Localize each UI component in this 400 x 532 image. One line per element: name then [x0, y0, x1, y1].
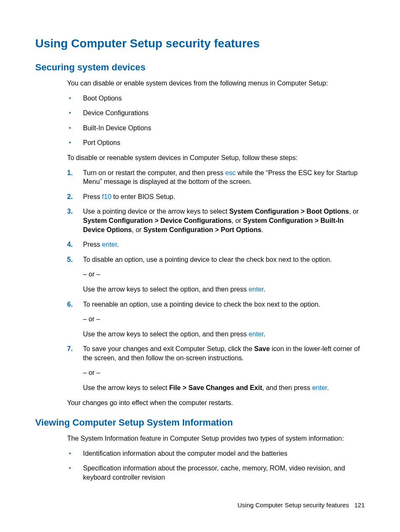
- step-alt-text: Use the arrow keys to select the option,…: [83, 285, 365, 294]
- step-text: Use a pointing device or the arrow keys …: [83, 208, 229, 215]
- document-page: Using Computer Setup security features S…: [0, 0, 400, 532]
- step-alt-text: Use the arrow keys to select File > Save…: [83, 383, 365, 393]
- footer-text: Using Computer Setup security features: [237, 501, 349, 509]
- list-item: Boot Options: [67, 94, 365, 103]
- lead-paragraph: To disable or reenable system devices in…: [67, 153, 365, 163]
- section-heading-securing: Securing system devices: [35, 62, 365, 73]
- outro-paragraph: Your changes go into effect when the com…: [67, 398, 365, 408]
- menu-path: File > Save Changes and Exit: [169, 384, 262, 391]
- intro-paragraph: The System Information feature in Comput…: [67, 434, 365, 443]
- step-item: To disable an option, use a pointing dev…: [67, 255, 365, 294]
- step-item: Press f10 to enter BIOS Setup.: [67, 192, 365, 201]
- page-title: Using Computer Setup security features: [35, 37, 365, 50]
- keycap-f10: f10: [102, 193, 111, 200]
- or-separator: – or –: [83, 315, 365, 324]
- page-footer: Using Computer Setup security features 1…: [237, 501, 365, 509]
- list-item: Device Configurations: [67, 108, 365, 118]
- step-text: , or: [349, 208, 358, 215]
- step-text: Press: [83, 241, 102, 248]
- menu-path: System Configuration > Boot Options: [229, 208, 349, 215]
- or-separator: – or –: [83, 368, 365, 377]
- section-body: The System Information feature in Comput…: [67, 434, 365, 482]
- step-text: Turn on or restart the computer, and the…: [83, 169, 225, 176]
- list-item: Port Options: [67, 138, 365, 147]
- step-text: To reenable an option, use a pointing de…: [83, 301, 320, 308]
- list-item: Identification information about the com…: [67, 449, 365, 458]
- menu-bullet-list: Boot Options Device Configurations Built…: [67, 94, 365, 147]
- keycap-esc: esc: [225, 169, 236, 176]
- step-item: Turn on or restart the computer, and the…: [67, 168, 365, 186]
- keycap-enter: enter: [249, 331, 264, 338]
- step-item: To reenable an option, use a pointing de…: [67, 300, 365, 339]
- save-label: Save: [254, 345, 270, 352]
- intro-paragraph: You can disable or enable system devices…: [67, 79, 365, 88]
- step-text: to enter BIOS Setup.: [112, 193, 175, 200]
- step-text: , or: [132, 226, 143, 233]
- step-text: To disable an option, use a pointing dev…: [83, 256, 332, 263]
- page-number: 121: [354, 501, 365, 509]
- section-heading-viewing: Viewing Computer Setup System Informatio…: [35, 417, 365, 428]
- menu-path: System Configuration > Port Options: [143, 226, 261, 233]
- keycap-enter: enter: [249, 286, 264, 293]
- or-separator: – or –: [83, 270, 365, 279]
- steps-list: Turn on or restart the computer, and the…: [67, 168, 365, 393]
- step-text: Press: [83, 193, 102, 200]
- step-text: .: [117, 241, 119, 248]
- menu-path: System Configuration > Device Configurat…: [83, 217, 231, 224]
- step-item: Use a pointing device or the arrow keys …: [67, 207, 365, 234]
- list-item: Specification information about the proc…: [67, 464, 365, 482]
- step-item: Press enter.: [67, 240, 365, 249]
- info-bullet-list: Identification information about the com…: [67, 449, 365, 482]
- list-item: Built-In Device Options: [67, 124, 365, 133]
- step-text: To save your changes and exit Computer S…: [83, 345, 254, 352]
- keycap-enter: enter: [102, 241, 117, 248]
- step-item: To save your changes and exit Computer S…: [67, 344, 365, 392]
- step-text: , or: [231, 217, 243, 224]
- step-alt-text: Use the arrow keys to select the option,…: [83, 330, 365, 339]
- step-text: .: [261, 226, 263, 233]
- keycap-enter: enter: [312, 384, 327, 391]
- section-body: You can disable or enable system devices…: [67, 79, 365, 407]
